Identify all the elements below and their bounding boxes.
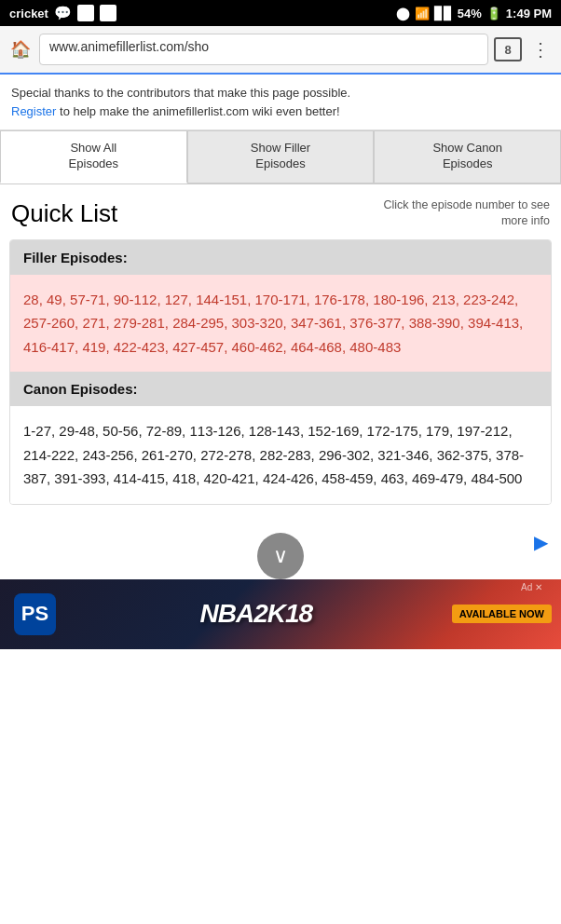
- tab-show-filler[interactable]: Show FillerEpisodes: [187, 130, 375, 183]
- bluetooth-icon: ⬤: [396, 7, 410, 20]
- quick-list-title: Quick List: [11, 199, 117, 228]
- canon-episodes: 1-27, 29-48, 50-56, 72-89, 113-126, 128-…: [10, 406, 551, 504]
- ad-close-label[interactable]: Ad ✕: [521, 582, 542, 592]
- filler-episodes: 28, 49, 57-71, 90-112, 127, 144-151, 170…: [10, 275, 551, 373]
- messenger-icon: 💬: [54, 5, 72, 21]
- signal-icon: ▊▊: [434, 7, 453, 20]
- carrier-label: cricket: [9, 7, 48, 20]
- ad-play-icon: ▶: [534, 531, 548, 553]
- quick-list-header: Quick List Click the episode number to s…: [0, 184, 561, 239]
- filler-header: Filler Episodes:: [10, 240, 551, 275]
- tab-show-canon[interactable]: Show CanonEpisodes: [374, 130, 561, 183]
- ps-label: PS: [21, 602, 48, 626]
- wifi-icon: 📶: [415, 7, 430, 20]
- home-button[interactable]: 🏠: [7, 36, 34, 62]
- tab-count[interactable]: 8: [494, 37, 522, 61]
- ad-area: ∨ ▶ PS NBA2K18 AVAILABLE NOW Ad ✕: [0, 523, 561, 649]
- content-box: Filler Episodes: 28, 49, 57-71, 90-112, …: [9, 239, 552, 505]
- info-text2: to help make the animefillerlist.com wik…: [56, 104, 339, 118]
- scroll-down-button[interactable]: ∨: [257, 533, 304, 579]
- quick-list-hint: Click the episode number to see more inf…: [363, 197, 550, 230]
- ps-icon: PS: [14, 593, 56, 635]
- nba-logo-text: NBA2K18: [200, 599, 313, 629]
- status-right: ⬤ 📶 ▊▊ 54% 🔋 1:49 PM: [396, 7, 552, 20]
- url-bar[interactable]: www.animefillerlist.com/sho: [39, 34, 488, 65]
- status-left: cricket 💬: [9, 5, 116, 21]
- playstation-logo: PS: [9, 589, 61, 640]
- browser-bar: 🏠 www.animefillerlist.com/sho 8 ⋮: [0, 26, 561, 75]
- nba-ad-banner[interactable]: PS NBA2K18 AVAILABLE NOW Ad ✕: [0, 579, 561, 649]
- time-label: 1:49 PM: [506, 7, 552, 20]
- info-bar: Special thanks to the contributors that …: [0, 75, 561, 130]
- tab-show-all[interactable]: Show AllEpisodes: [0, 130, 187, 183]
- tabs-container: Show AllEpisodes Show FillerEpisodes Sho…: [0, 130, 561, 184]
- info-text: Special thanks to the contributors that …: [11, 86, 350, 100]
- app-icon-1: [77, 5, 94, 21]
- canon-header: Canon Episodes:: [10, 372, 551, 406]
- ad-available-label: AVAILABLE NOW: [452, 605, 552, 623]
- battery-icon: 🔋: [486, 7, 501, 20]
- register-link[interactable]: Register: [11, 104, 56, 118]
- app-icon-2: [100, 5, 116, 21]
- more-options-button[interactable]: ⋮: [527, 36, 554, 62]
- battery-label: 54%: [458, 7, 482, 20]
- status-bar: cricket 💬 ⬤ 📶 ▊▊ 54% 🔋 1:49 PM: [0, 0, 561, 26]
